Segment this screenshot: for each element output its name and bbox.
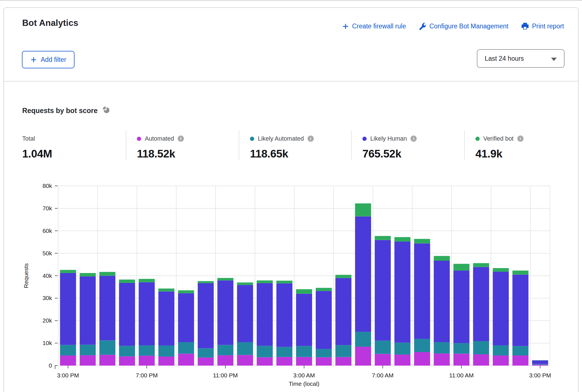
- info-icon[interactable]: i: [308, 136, 314, 142]
- print-report-label: Print report: [532, 22, 564, 30]
- configure-bot-management-link[interactable]: Configure Bot Management: [419, 22, 508, 30]
- svg-text:3:00 PM: 3:00 PM: [57, 372, 79, 379]
- card-header: Bot Analytics Create firewall rule Confi…: [4, 8, 578, 82]
- stat-automated: Automated i 118.52k: [126, 130, 239, 160]
- create-firewall-rule-link[interactable]: Create firewall rule: [342, 22, 406, 30]
- svg-text:3:00 AM: 3:00 AM: [293, 372, 315, 379]
- svg-text:11:00 PM: 11:00 PM: [213, 372, 238, 379]
- page-title: Bot Analytics: [22, 18, 78, 28]
- info-icon[interactable]: i: [178, 136, 184, 142]
- svg-text:70k: 70k: [42, 205, 52, 211]
- print-report-link[interactable]: Print report: [521, 22, 564, 30]
- verified-bot-dot-icon: [475, 137, 480, 141]
- create-firewall-rule-label: Create firewall rule: [352, 22, 406, 30]
- wrench-icon: [419, 23, 426, 30]
- add-filter-label: Add filter: [41, 56, 66, 64]
- svg-text:60k: 60k: [42, 227, 52, 234]
- configure-bot-management-label: Configure Bot Management: [429, 22, 508, 30]
- add-filter-button[interactable]: Add filter: [22, 51, 75, 68]
- time-range-select[interactable]: Last 24 hours: [477, 49, 565, 68]
- stat-likely-automated-value: 118.65k: [250, 148, 351, 160]
- stat-total-label: Total: [22, 135, 35, 142]
- time-range-value: Last 24 hours: [485, 55, 524, 62]
- stat-verified-bot: Verified bot i 41.9k: [464, 130, 568, 160]
- svg-text:80k: 80k: [42, 183, 52, 189]
- svg-text:30k: 30k: [42, 295, 52, 301]
- stat-likely-automated: Likely Automated i 118.65k: [239, 130, 351, 160]
- printer-icon: [521, 22, 529, 30]
- svg-text:0: 0: [49, 362, 52, 369]
- stat-automated-value: 118.52k: [137, 148, 239, 160]
- stat-likely-automated-label: Likely Automated: [258, 135, 304, 142]
- stat-likely-human-label: Likely Human: [370, 135, 407, 142]
- svg-text:11:00 AM: 11:00 AM: [449, 372, 474, 379]
- stat-total-value: 1.04M: [22, 148, 126, 160]
- svg-text:40k: 40k: [42, 272, 52, 279]
- svg-text:3:00 PM: 3:00 PM: [529, 372, 551, 379]
- header-actions: Create firewall rule Configure Bot Manag…: [342, 22, 564, 30]
- svg-text:Requests: Requests: [23, 263, 29, 288]
- section-title: Requests by bot score: [22, 107, 98, 115]
- likely-human-dot-icon: [362, 137, 367, 141]
- pie-chart-icon: [102, 106, 110, 115]
- plus-icon: [30, 56, 37, 63]
- stat-likely-human-value: 765.52k: [362, 148, 464, 160]
- stat-total: Total 1.04M: [22, 130, 126, 160]
- info-icon[interactable]: i: [517, 136, 524, 142]
- stat-automated-label: Automated: [145, 135, 174, 142]
- page-top-rule: [0, 0, 582, 1]
- svg-text:7:00 AM: 7:00 AM: [372, 372, 394, 379]
- stat-verified-bot-value: 41.9k: [475, 148, 568, 160]
- section-title-row: Requests by bot score: [22, 106, 110, 115]
- info-icon[interactable]: i: [410, 136, 417, 142]
- svg-text:10k: 10k: [42, 340, 52, 346]
- stat-verified-bot-label: Verified bot: [483, 135, 514, 142]
- svg-text:50k: 50k: [42, 250, 52, 256]
- requests-by-bot-score-chart: 010k20k30k40k50k60k70k80k3:00 PM7:00 PM1…: [0, 169, 582, 392]
- plus-icon: [342, 23, 349, 30]
- chevron-down-icon: [551, 58, 557, 61]
- automated-dot-icon: [137, 137, 141, 141]
- svg-text:Time (local): Time (local): [289, 380, 319, 387]
- svg-text:20k: 20k: [42, 317, 52, 324]
- svg-text:7:00 PM: 7:00 PM: [136, 372, 158, 379]
- stats-row: Total 1.04M Automated i 118.52k Likely A…: [22, 130, 568, 160]
- likely-automated-dot-icon: [250, 137, 254, 141]
- stat-likely-human: Likely Human i 765.52k: [351, 130, 464, 160]
